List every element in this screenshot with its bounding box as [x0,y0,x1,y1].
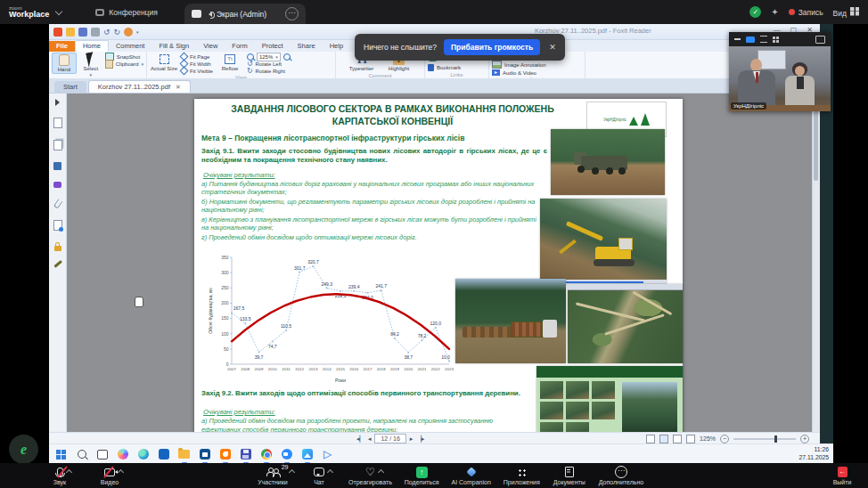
zoom-out-icon[interactable] [247,53,254,61]
last-page-button[interactable]: ▕▸ [416,435,424,443]
pages-panel-icon[interactable] [53,140,62,150]
zoom-slider-thumb[interactable] [774,435,777,443]
fit-width-button[interactable]: Fit Width [181,61,213,67]
search-button[interactable] [75,448,88,461]
reflow-button[interactable]: Tt Reflow [216,53,244,72]
hand-tool-button[interactable]: Hand [52,53,77,74]
redo-icon[interactable]: ↻ [114,28,121,37]
doc-tab-file[interactable]: Korzhov 27.11..2025.pdf✕ [88,80,191,93]
minimize-video-icon[interactable] [734,38,741,40]
comments-panel-icon[interactable] [53,182,61,188]
rotate-left-button[interactable]: ↺Rotate Left [247,61,302,67]
apps-button[interactable]: Приложения [504,467,540,485]
edge-button[interactable] [136,448,150,461]
zoom-in-button[interactable]: + [800,435,809,443]
close-notification-icon[interactable]: ✕ [549,43,556,52]
audio-options-icon[interactable] [65,468,71,475]
prev-page-button[interactable]: ◂ [368,435,372,443]
tab-fill-sign[interactable]: Fill & Sign [151,41,196,52]
bookmarks-panel-icon[interactable] [53,118,62,128]
ai-sparkle-icon[interactable]: ✦ [771,7,778,17]
signatures-panel-icon[interactable] [53,220,62,231]
react-options-icon[interactable] [378,468,384,475]
layers-panel-icon[interactable] [53,162,61,170]
tab-conference[interactable]: Конференция [95,8,157,17]
expand-panel-icon[interactable] [55,99,60,106]
audio-video-button[interactable]: ▸Audio & Video [492,69,546,76]
participants-button[interactable]: 29 Участники [256,467,290,485]
task-view-button[interactable] [95,448,109,461]
zoom-out-button[interactable]: − [720,435,729,443]
tab-screen-share[interactable]: Экран (Admin) ⋯ [184,4,306,24]
gallery-view-icon[interactable] [773,37,779,43]
mute-audio-button[interactable]: Звук [43,467,77,485]
workspace-dropdown-icon[interactable] [55,7,62,14]
save-icon[interactable] [78,28,87,37]
start-button[interactable] [54,448,68,461]
tab-file[interactable]: File [49,41,75,52]
active-speaker-view-icon[interactable] [746,37,755,43]
fit-visible-button[interactable]: Fit Visible [181,68,213,74]
share-screen-button[interactable]: ↑ Поделиться [405,467,439,485]
tab-home[interactable]: Home [75,40,109,52]
tab-comment[interactable]: Comment [109,41,152,52]
clipboard-button[interactable]: Clipboard▾ [105,61,143,67]
doc-tab-start[interactable]: Start [54,81,86,93]
view-button[interactable]: Вид [833,7,859,18]
scrollbar-thumb[interactable] [814,101,818,181]
tab-options-icon[interactable]: ⋯ [285,7,299,20]
fit-page-button[interactable]: Fit Page [181,53,213,60]
security-panel-icon[interactable] [54,246,61,251]
documents-button[interactable]: Документы [553,467,586,485]
foxit-reader-button[interactable] [218,448,232,461]
select-tool-button[interactable]: Select ▾ [79,53,102,77]
close-doc-icon[interactable]: ✕ [176,84,181,91]
image-annotation-button[interactable]: Image Annotation [492,61,546,68]
zoom-level-dropdown[interactable]: 125%▾ [257,53,281,61]
taskbar-clock[interactable]: 11:26 27.11.2025 [798,445,829,461]
chat-options-icon[interactable] [327,468,333,475]
tab-share[interactable]: Share [291,41,323,52]
security-shield-icon[interactable]: ✓ [749,6,761,18]
start-video-button[interactable]: Видео [93,467,127,485]
zoom-slider[interactable] [733,438,796,440]
increase-volume-button[interactable]: Прибавить громкость [444,39,540,55]
undo-icon[interactable]: ↺ [103,28,111,37]
list-view-icon[interactable] [760,36,767,43]
tab-form[interactable]: Form [225,41,255,52]
qat-dropdown-icon[interactable]: ▾ [136,29,139,35]
continuous-layout-icon[interactable] [659,435,668,443]
react-button[interactable]: ♡ Отреагировать [348,467,392,485]
tab-protect[interactable]: Protect [255,41,291,52]
rotate-right-button[interactable]: ↻Rotate Right [247,68,302,74]
attachments-panel-icon[interactable] [53,199,62,209]
first-page-button[interactable]: ◂▏ [356,435,364,443]
tab-view[interactable]: View [196,41,225,52]
open-file-icon[interactable] [66,28,75,37]
vertical-scrollbar[interactable] [812,94,820,432]
chat-button[interactable]: Чат [302,467,336,485]
actual-size-button[interactable]: Actual Size [150,53,178,72]
leave-meeting-button[interactable]: ← Выйти [825,467,859,485]
recording-indicator[interactable]: Запись [789,8,823,17]
single-page-layout-icon[interactable] [646,435,655,443]
copilot-button[interactable] [116,448,129,461]
print-icon[interactable] [91,28,100,37]
photos-app-button[interactable] [300,448,314,461]
foxit-logo-icon[interactable] [53,28,62,37]
ai-companion-button[interactable]: AI Companion [451,467,490,485]
save-tool-button[interactable] [239,448,252,461]
participants-options-icon[interactable] [288,468,294,475]
store-app-button[interactable] [198,448,211,461]
floating-app-bubble[interactable]: e [9,435,38,464]
more-button[interactable]: ⋯ Дополнительно [599,467,643,485]
next-page-button[interactable]: ▸ [410,435,414,443]
share-doc-icon[interactable] [124,28,133,37]
page-number-box[interactable]: 12 / 16 [374,434,405,443]
zoom-app-button[interactable] [280,448,293,461]
chrome-button[interactable] [259,448,273,461]
continuous-facing-layout-icon[interactable] [686,435,695,443]
file-explorer-button[interactable] [177,448,191,461]
facing-layout-icon[interactable] [673,435,682,443]
bookmark-button[interactable]: Bookmark [428,64,461,70]
